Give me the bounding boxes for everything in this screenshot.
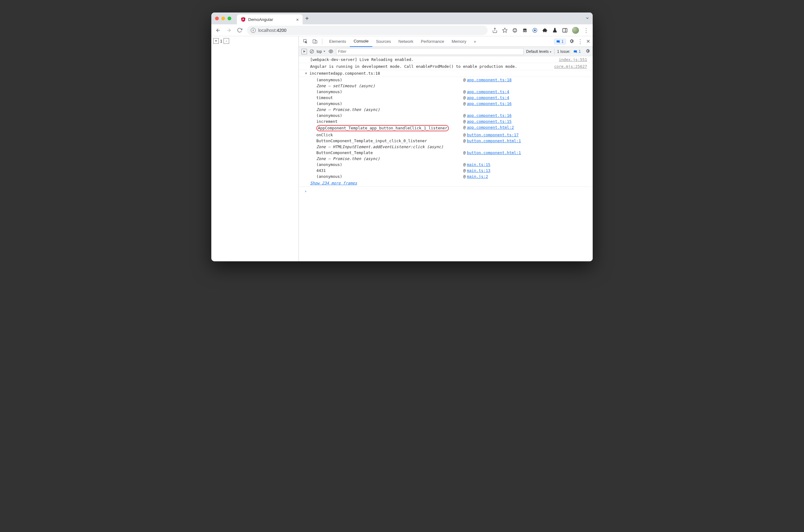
- extension-icon-1[interactable]: [512, 27, 518, 33]
- incognito-icon[interactable]: [522, 27, 528, 33]
- at-symbol: @: [463, 138, 467, 143]
- disclosure-triangle-icon: ▼: [305, 72, 308, 75]
- frame-source-link[interactable]: button.component.ts:17: [467, 133, 519, 137]
- devtools-tab-sources[interactable]: Sources: [372, 36, 395, 47]
- stack-frame: Zone – Promise.then (async): [305, 107, 593, 113]
- profile-avatar[interactable]: [572, 27, 579, 34]
- frame-function: AppComponent_Template_app_button_handleC…: [317, 125, 463, 131]
- frame-function: ButtonComponent_Template_input_click_0_l…: [317, 138, 463, 143]
- window-controls: [215, 17, 231, 20]
- devtools-tab-elements[interactable]: Elements: [325, 36, 350, 47]
- bookmark-star-icon[interactable]: [502, 27, 508, 33]
- console-prompt[interactable]: ›: [299, 187, 593, 195]
- stack-frame: (anonymous)@ app.component.ts:16: [305, 101, 593, 107]
- source-link[interactable]: index.js:551: [556, 57, 587, 62]
- live-expression-button[interactable]: [328, 49, 333, 54]
- address-bar[interactable]: i localhost:4200: [247, 26, 487, 35]
- reload-button[interactable]: [236, 27, 243, 34]
- at-symbol: @: [463, 133, 467, 137]
- devtools-tab-memory[interactable]: Memory: [448, 36, 470, 47]
- log-group-header[interactable]: ▼ incremented app.component.ts:18: [299, 70, 593, 77]
- counter-value: 1: [219, 38, 224, 44]
- devtools-tab-network[interactable]: Network: [395, 36, 417, 47]
- stack-frame: (anonymous)@ main.ts:15: [305, 162, 593, 168]
- url-text: localhost:4200: [258, 28, 286, 33]
- frame-function: timeout: [317, 95, 463, 100]
- frame-source-link[interactable]: button.component.html:1: [467, 150, 521, 155]
- close-window-button[interactable]: [215, 17, 219, 20]
- devtools-panel: ElementsConsoleSourcesNetworkPerformance…: [299, 36, 593, 261]
- counter-control: + 1 -: [213, 38, 296, 44]
- maximize-window-button[interactable]: [228, 17, 231, 20]
- browser-tab[interactable]: DemoAngular ×: [237, 14, 303, 24]
- console-settings-button[interactable]: [585, 49, 590, 54]
- frame-source-link[interactable]: app.component.ts:15: [467, 119, 512, 124]
- panel-icon[interactable]: [562, 27, 568, 33]
- stack-frame: (anonymous)@ app.component.ts:4: [305, 89, 593, 95]
- highlighted-frame: AppComponent_Template_app_button_handleC…: [317, 125, 449, 131]
- stack-frame: 4431@ main.ts:13: [305, 168, 593, 173]
- frame-source-link[interactable]: main.ts:15: [467, 162, 491, 167]
- devtools-settings-button[interactable]: [569, 38, 574, 45]
- content-split: + 1 - ElementsConsoleSourcesNetworkPerfo…: [211, 36, 593, 261]
- log-levels-selector[interactable]: Default levels: [526, 50, 552, 54]
- frame-source-link[interactable]: app.component.ts:4: [467, 89, 509, 94]
- clear-console-button[interactable]: [309, 49, 314, 54]
- issues-button[interactable]: 1 Issue: 1: [557, 49, 583, 54]
- stack-frame: Zone – Promise.then (async): [305, 156, 593, 162]
- svg-rect-18: [315, 41, 317, 43]
- devtools-tab-performance[interactable]: Performance: [417, 36, 448, 47]
- devtools-messages-chip[interactable]: 1: [554, 39, 566, 44]
- share-icon[interactable]: [492, 27, 498, 33]
- show-more-frames[interactable]: Show 234 more frames: [299, 179, 593, 187]
- frame-function: Zone – HTMLInputElement.addEventListener…: [317, 145, 463, 149]
- log-message: [webpack-dev-server] Live Reloading enab…: [310, 57, 556, 62]
- devtools-menu-button[interactable]: ⋮: [577, 38, 583, 45]
- console-sidebar-toggle[interactable]: [301, 49, 307, 54]
- group-label: incremented: [309, 71, 336, 76]
- frame-function: (anonymous): [317, 77, 463, 82]
- source-link[interactable]: core.mjs:25627: [551, 64, 587, 69]
- svg-point-7: [514, 30, 515, 30]
- inspect-element-button[interactable]: [301, 38, 309, 46]
- extensions-puzzle-icon[interactable]: [542, 27, 548, 33]
- extension-icon-2[interactable]: [532, 27, 538, 33]
- svg-marker-19: [303, 50, 305, 53]
- svg-point-10: [525, 30, 527, 32]
- frame-source-link[interactable]: button.component.html:1: [467, 138, 521, 143]
- log-message: Angular is running in development mode. …: [310, 64, 551, 69]
- decrement-button[interactable]: -: [224, 38, 229, 44]
- divider: [322, 38, 322, 45]
- forward-button[interactable]: [226, 27, 232, 34]
- frame-source-link[interactable]: app.component.html:2: [467, 125, 514, 131]
- devtools-tab-console[interactable]: Console: [350, 36, 372, 47]
- frame-function: (anonymous): [317, 113, 463, 118]
- frame-source-link[interactable]: app.component.ts:16: [467, 113, 512, 118]
- tab-list-button[interactable]: [585, 16, 590, 21]
- increment-button[interactable]: +: [213, 38, 219, 44]
- devtools-tab-bar: ElementsConsoleSourcesNetworkPerformance…: [299, 36, 593, 47]
- browser-menu-button[interactable]: ⋮: [583, 27, 589, 34]
- at-symbol: @: [463, 101, 467, 106]
- frame-source-link[interactable]: app.component.ts:16: [467, 101, 512, 106]
- minimize-window-button[interactable]: [221, 17, 225, 20]
- stack-frame: onClick@ button.component.ts:17: [305, 132, 593, 138]
- at-symbol: @: [463, 174, 467, 179]
- console-filter-input[interactable]: [336, 48, 523, 55]
- devtools-close-button[interactable]: ✕: [586, 38, 590, 44]
- site-info-icon[interactable]: i: [251, 28, 256, 33]
- console-log: [webpack-dev-server] Live Reloading enab…: [299, 56, 593, 261]
- back-button[interactable]: [215, 27, 221, 34]
- execution-context-selector[interactable]: top: [317, 50, 326, 54]
- frame-source-link[interactable]: app.component.ts:18: [467, 77, 512, 82]
- frame-source-link[interactable]: main.js:2: [467, 174, 488, 179]
- close-tab-button[interactable]: ×: [296, 17, 299, 22]
- labs-flask-icon[interactable]: [552, 27, 558, 33]
- devtools-more-tabs[interactable]: »: [472, 39, 479, 44]
- new-tab-button[interactable]: +: [303, 15, 311, 22]
- source-link[interactable]: app.component.ts:18: [336, 71, 380, 76]
- frame-source-link[interactable]: app.component.ts:4: [467, 95, 509, 100]
- svg-point-22: [330, 51, 331, 52]
- device-toolbar-button[interactable]: [311, 38, 319, 46]
- frame-source-link[interactable]: main.ts:13: [467, 168, 491, 173]
